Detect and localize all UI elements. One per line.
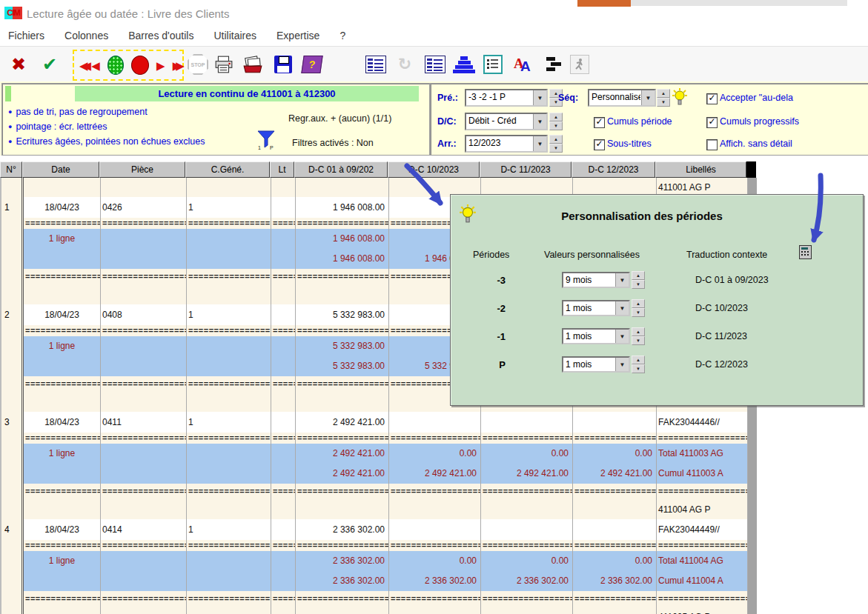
record-red-icon[interactable] — [131, 56, 149, 75]
seq-combobox[interactable]: Personnalisée ▼ — [588, 89, 656, 107]
menu-item-barres-d-outils[interactable]: Barres d'outils — [128, 30, 193, 41]
cell — [271, 249, 296, 269]
column-header-d-c-11-2023[interactable]: D-C 11/2023 — [480, 161, 572, 178]
copies-icon[interactable] — [242, 52, 264, 77]
separator-cell: ================== — [187, 218, 271, 229]
help-book-icon[interactable]: ? — [301, 52, 323, 77]
menu-item-fichiers[interactable]: Fichiers — [8, 30, 44, 41]
filter-funnel-icon[interactable]: 1P — [256, 130, 276, 153]
chevron-down-icon[interactable]: ▼ — [615, 358, 629, 371]
combo-value: 1 mois — [566, 331, 614, 341]
dialog-title: Personnalisation des périodes — [451, 210, 833, 222]
period-spinner-3[interactable]: ▲▼ — [632, 271, 645, 289]
chevron-down-icon[interactable]: ▼ — [533, 136, 546, 151]
app-logo-cim: CIM — [4, 7, 22, 19]
cell — [101, 336, 187, 356]
go-first-icon[interactable]: ◀◀ — [79, 60, 84, 71]
separator-cell: ================== — [24, 484, 101, 500]
print-icon[interactable] — [213, 52, 234, 77]
column-header-n[interactable]: N° — [0, 161, 22, 178]
cell — [24, 393, 101, 412]
chevron-down-icon[interactable]: ▼ — [615, 330, 629, 343]
cell — [271, 444, 296, 464]
chevron-down-icon[interactable]: ▼ — [533, 90, 546, 105]
checkbox-label-accepter-au-dela: Accepter "au-dela — [720, 93, 793, 103]
col-context-label: Traduction contexte — [686, 250, 767, 260]
separator-cell: ================== — [271, 484, 296, 500]
period-value-combobox-p[interactable]: 1 mois▼ — [562, 356, 630, 373]
cell — [296, 393, 389, 412]
checkbox-accepter-au-dela[interactable]: ✓ — [706, 93, 718, 104]
chevron-down-icon[interactable]: ▼ — [641, 90, 655, 105]
cell — [1, 500, 24, 519]
total-libelle: Total 411004 AG — [657, 551, 748, 571]
save-icon[interactable] — [273, 52, 294, 77]
entry-cgene: 1 — [187, 519, 271, 540]
period-value-combobox-1[interactable]: 1 mois▼ — [562, 328, 630, 344]
separator-cell: ================== — [573, 433, 657, 444]
chevron-down-icon[interactable]: ▼ — [615, 273, 629, 287]
column-header-lt[interactable]: Lt — [270, 161, 294, 178]
entry-piece: 0411 — [101, 412, 187, 433]
go-last-icon[interactable]: ▶▶ — [173, 60, 177, 71]
table-row: 2 336 302.002 336 302.002 336 302.002 33… — [1, 571, 748, 591]
cell — [24, 285, 101, 304]
pyramid-sort-icon[interactable] — [452, 52, 476, 77]
column-header-date[interactable]: Date — [22, 161, 99, 178]
series-black-icon[interactable] — [544, 52, 563, 77]
period-spinner-2[interactable]: ▲▼ — [632, 299, 645, 317]
checkbox-affich-sans-d-tail[interactable] — [706, 139, 718, 150]
column-header-d-c-10-2023[interactable]: D-C 10/2023 — [388, 161, 480, 178]
pre-combobox[interactable]: -3 -2 -1 P ▼ — [465, 89, 548, 107]
seq-spinner[interactable]: ▲▼ — [657, 89, 670, 107]
validate-icon[interactable]: ✔ — [37, 52, 62, 77]
column-header-libell-s[interactable]: Libellés — [655, 161, 746, 178]
checkbox-cumuls-progressifs[interactable]: ✓ — [706, 117, 718, 128]
cell — [1, 269, 24, 285]
menu-item-expertise[interactable]: Expertise — [276, 30, 319, 41]
list-options-icon[interactable] — [483, 52, 503, 77]
column-header-d-c-01-09-202[interactable]: D-C 01 à 09/202 — [294, 161, 388, 178]
column-header-c-g-n[interactable]: C.Géné. — [185, 161, 270, 178]
top-gray-strip — [631, 0, 847, 6]
cell — [101, 444, 187, 464]
separator-cell: ================== — [101, 218, 187, 229]
cancel-icon[interactable]: ✖ — [6, 52, 31, 77]
cell — [271, 551, 296, 571]
total-dc4: 0.00 — [573, 551, 657, 571]
arr-combobox[interactable]: 12/2023 ▼ — [465, 135, 548, 153]
cell — [271, 571, 296, 591]
menu-item-colonnes[interactable]: Colonnes — [64, 30, 108, 41]
dc-combobox[interactable]: Débit - Créd ▼ — [465, 113, 548, 130]
chevron-down-icon[interactable]: ▼ — [615, 301, 629, 315]
go-next-icon[interactable]: ▶ — [156, 60, 165, 71]
go-previous-icon[interactable]: ◀ — [91, 60, 100, 71]
column-header-d-c-12-2023[interactable]: D-C 12/2023 — [572, 161, 655, 178]
separator-cell: ================== — [24, 269, 101, 285]
period-value-combobox-2[interactable]: 1 mois▼ — [562, 300, 630, 316]
menu-item-utilitaires[interactable]: Utilitaires — [213, 30, 256, 41]
table-row: ========================================… — [1, 484, 748, 500]
arr-spinner[interactable]: ▲▼ — [549, 135, 563, 153]
cell — [481, 607, 573, 614]
dc-spinner[interactable]: ▲▼ — [549, 113, 563, 130]
checkbox-sous-titres[interactable]: ✓ — [594, 139, 605, 150]
grid-view-icon[interactable] — [365, 52, 387, 77]
period-spinner-1[interactable]: ▲▼ — [632, 327, 645, 345]
period-spinner-p[interactable]: ▲▼ — [632, 356, 645, 373]
reading-title: Lecture en continu de 411001 à 412300 — [75, 86, 419, 101]
chevron-down-icon[interactable]: ▼ — [533, 114, 546, 129]
checkbox-cumuls-p-riode[interactable]: ✓ — [594, 117, 605, 128]
fonts-icon[interactable]: AA — [513, 52, 534, 77]
lightbulb-icon[interactable] — [672, 88, 687, 108]
period-value-combobox-3[interactable]: 9 mois▼ — [562, 272, 630, 288]
cell — [1, 484, 24, 500]
calculator-icon[interactable] — [799, 245, 812, 259]
period-controls-box: Pré.: -3 -2 -1 P ▼ ▲▼ D/C: Débit - Créd … — [430, 83, 868, 156]
menu-item-item[interactable]: ? — [339, 30, 345, 41]
cell — [389, 607, 481, 614]
record-green-icon[interactable] — [107, 56, 124, 75]
cumul-dc1: 2 336 302.00 — [296, 571, 389, 591]
column-header-pi-ce[interactable]: Pièce — [99, 161, 185, 178]
grid-view-2-icon[interactable] — [424, 52, 446, 77]
